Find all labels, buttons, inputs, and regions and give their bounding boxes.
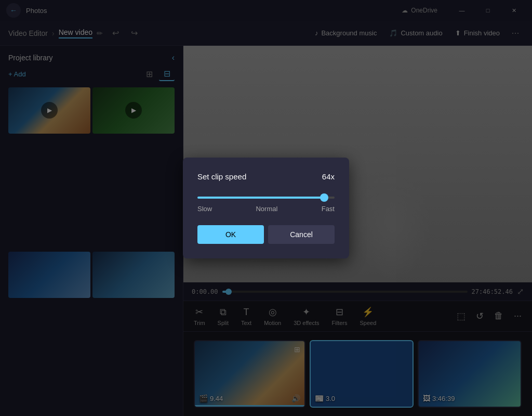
speed-value-display: 64x bbox=[322, 172, 335, 181]
set-clip-speed-modal: Set clip speed 64x Slow Normal Fast OK C… bbox=[183, 158, 349, 258]
modal-overlay[interactable]: Set clip speed 64x Slow Normal Fast OK C… bbox=[0, 0, 532, 416]
modal-header: Set clip speed 64x bbox=[197, 172, 335, 181]
speed-labels: Slow Normal Fast bbox=[197, 205, 335, 213]
cancel-button[interactable]: Cancel bbox=[268, 225, 335, 244]
ok-button[interactable]: OK bbox=[197, 225, 264, 244]
normal-label: Normal bbox=[256, 205, 277, 213]
modal-title: Set clip speed bbox=[197, 172, 246, 181]
modal-buttons: OK Cancel bbox=[197, 225, 335, 244]
speed-slider[interactable] bbox=[197, 197, 335, 199]
slow-label: Slow bbox=[197, 205, 212, 213]
speed-slider-container bbox=[197, 191, 335, 201]
fast-label: Fast bbox=[322, 205, 335, 213]
